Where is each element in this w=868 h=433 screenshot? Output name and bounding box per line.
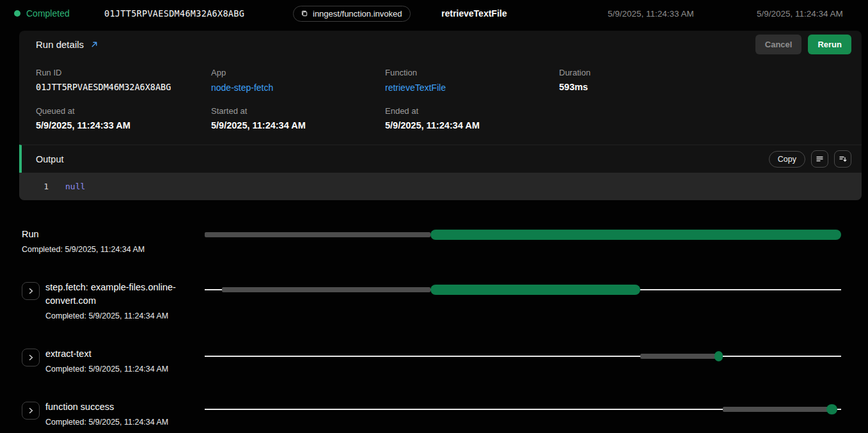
timeline-bar[interactable] (205, 230, 841, 240)
bar-queued-segment (222, 287, 430, 292)
align-lines-icon[interactable] (811, 150, 828, 168)
output-header: Output Copy (19, 145, 862, 173)
step-name: extract-text (45, 347, 168, 361)
step-status: Completed: 5/9/2025, 11:24:34 AM (45, 418, 168, 427)
field-label: App (211, 68, 385, 77)
expand-step-button[interactable] (22, 282, 40, 300)
timeline-row: step.fetch: example-files.online-convert… (22, 281, 841, 320)
field-value: 593ms (559, 82, 845, 92)
bar-track-line (205, 356, 841, 357)
timeline-row-label: RunCompleted: 5/9/2025, 11:24:34 AM (22, 228, 205, 254)
lines-down-arrow-icon[interactable] (834, 150, 851, 168)
event-badge[interactable]: inngest/function.invoked (293, 6, 411, 22)
field-queued-at: Queued at 5/9/2025, 11:24:33 AM (36, 106, 211, 130)
chevron-right-icon (28, 288, 34, 294)
copy-icon (301, 10, 308, 17)
event-badge-wrap: inngest/function.invoked (293, 6, 441, 22)
timeline-bar[interactable] (205, 285, 841, 295)
output-value: null (65, 181, 85, 192)
function-link[interactable]: retrieveTextFile (385, 83, 446, 93)
app-link[interactable]: node-step-fetch (211, 83, 273, 93)
field-started-at: Started at 5/9/2025, 11:24:34 AM (211, 106, 385, 130)
function-name-text: retrieveTextFile (441, 8, 608, 19)
timeline-rows: RunCompleted: 5/9/2025, 11:24:34 AMstep.… (0, 200, 868, 427)
bar-run-segment (826, 404, 837, 414)
queued-timestamp: 5/9/2025, 11:24:33 AM (608, 9, 757, 19)
rerun-button[interactable]: Rerun (808, 35, 851, 54)
bar-run-segment (430, 230, 841, 240)
status-label: Completed (26, 8, 70, 19)
timeline-bar[interactable] (205, 351, 841, 361)
field-duration: Duration 593ms (559, 68, 845, 93)
step-name: Run (22, 228, 145, 241)
line-number: 1 (19, 181, 49, 192)
panel-header: Run details Cancel Rerun (19, 31, 862, 58)
expand-step-button[interactable] (22, 349, 40, 366)
field-value: 5/9/2025, 11:24:34 AM (385, 120, 559, 130)
topbar: Completed 01JTT5RPVAESDM46M32A6X8ABG inn… (0, 0, 868, 27)
external-link-icon[interactable] (90, 40, 99, 49)
step-status: Completed: 5/9/2025, 11:24:34 AM (45, 311, 186, 320)
run-details-panel: Run details Cancel Rerun Run ID 01JTT5RP… (19, 31, 862, 200)
timeline-row-label: step.fetch: example-files.online-convert… (22, 281, 205, 320)
run-status: Completed (14, 8, 104, 19)
timeline-row-label: extract-textCompleted: 5/9/2025, 11:24:3… (22, 347, 205, 374)
timeline-row: extract-textCompleted: 5/9/2025, 11:24:3… (22, 347, 841, 374)
bar-queued-segment (723, 407, 829, 412)
cancel-button[interactable]: Cancel (755, 35, 802, 54)
run-details-grid: Run ID 01JTT5RPVAESDM46M32A6X8ABG App no… (19, 58, 862, 145)
output-code-block[interactable]: 1 null (19, 173, 862, 200)
step-name: function success (45, 400, 168, 414)
step-status: Completed: 5/9/2025, 11:24:34 AM (45, 365, 168, 374)
field-label: Run ID (36, 68, 211, 77)
chevron-right-icon (28, 407, 34, 414)
bar-run-segment (430, 285, 640, 295)
field-label: Duration (559, 68, 845, 77)
run-id-text: 01JTT5RPVAESDM46M32A6X8ABG (104, 8, 293, 19)
field-value: 5/9/2025, 11:24:33 AM (36, 120, 211, 130)
field-run-id: Run ID 01JTT5RPVAESDM46M32A6X8ABG (36, 68, 211, 93)
field-label: Queued at (36, 106, 211, 116)
step-name: step.fetch: example-files.online-convert… (45, 281, 186, 308)
panel-title: Run details (36, 39, 84, 50)
event-badge-label: inngest/function.invoked (313, 9, 402, 19)
field-value: 5/9/2025, 11:24:34 AM (211, 120, 385, 130)
chevron-right-icon (28, 354, 34, 361)
field-label: Started at (211, 106, 385, 116)
field-function: Function retrieveTextFile (385, 68, 559, 93)
expand-step-button[interactable] (22, 402, 40, 420)
timeline-row-label: function successCompleted: 5/9/2025, 11:… (22, 400, 205, 427)
bar-queued-segment (640, 354, 716, 359)
status-dot-icon (14, 10, 20, 17)
field-label: Ended at (385, 106, 559, 116)
output-title: Output (36, 154, 64, 164)
field-app: App node-step-fetch (211, 68, 385, 93)
field-label: Function (385, 68, 559, 77)
field-value: 01JTT5RPVAESDM46M32A6X8ABG (36, 82, 211, 92)
bar-queued-segment (205, 232, 430, 237)
step-status: Completed: 5/9/2025, 11:24:34 AM (22, 245, 145, 254)
copy-output-button[interactable]: Copy (769, 151, 805, 168)
field-ended-at: Ended at 5/9/2025, 11:24:34 AM (385, 106, 559, 130)
timeline-row: RunCompleted: 5/9/2025, 11:24:34 AM (22, 228, 841, 254)
timeline-row: function successCompleted: 5/9/2025, 11:… (22, 400, 841, 427)
ended-timestamp: 5/9/2025, 11:24:34 AM (757, 9, 843, 19)
timeline-bar[interactable] (205, 404, 841, 414)
bar-run-segment (714, 351, 723, 361)
